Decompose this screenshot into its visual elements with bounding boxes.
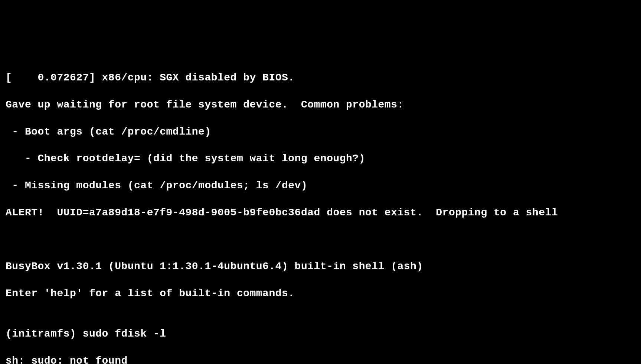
kernel-log-line: [ 0.072627] x86/cpu: SGX disabled by BIO… [6,71,635,85]
boot-hint-line: - Missing modules (cat /proc/modules; ls… [6,179,635,192]
busybox-banner-line: BusyBox v1.30.1 (Ubuntu 1:1.30.1-4ubuntu… [6,260,635,273]
error-output-line: sh: sudo: not found [6,354,635,364]
command-history-line: (initramfs) sudo fdisk -l [6,327,635,341]
boot-error-line: Gave up waiting for root file system dev… [6,98,635,112]
boot-hint-line: - Boot args (cat /proc/cmdline) [6,125,635,139]
help-hint-line: Enter 'help' for a list of built-in comm… [6,287,635,300]
boot-hint-line: - Check rootdelay= (did the system wait … [6,152,635,165]
terminal-output: [ 0.072627] x86/cpu: SGX disabled by BIO… [6,58,635,364]
alert-line: ALERT! UUID=a7a89d18-e7f9-498d-9005-b9fe… [6,206,635,219]
